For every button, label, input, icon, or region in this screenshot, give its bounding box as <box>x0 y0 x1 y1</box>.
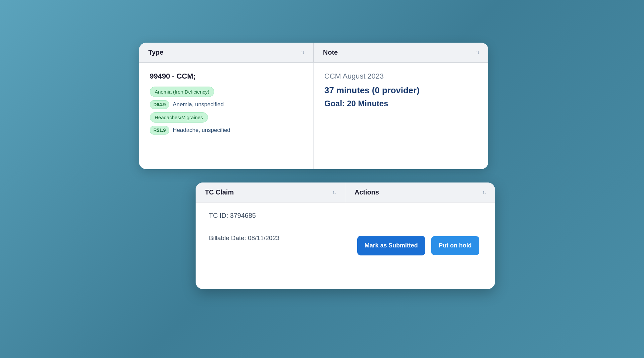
bottom-card-header: TC Claim ↑↓ Actions ↑↓ <box>196 182 495 202</box>
top-card: Type ↑↓ Note ↑↓ 99490 - CCM; Anemia (Iro… <box>139 43 488 169</box>
tag-code-d649: D64.9 <box>150 100 169 109</box>
claim-cell: TC ID: 3794685 Billable Date: 08/11/2023 <box>196 202 345 289</box>
tc-id-label: TC ID: 3794685 <box>209 212 332 219</box>
type-sort-icon[interactable]: ↑↓ <box>301 50 304 55</box>
actions-cell: Mark as Submitted Put on hold <box>345 202 495 289</box>
type-code: 99490 - CCM; <box>150 72 303 81</box>
note-column-header: Note ↑↓ <box>314 43 488 62</box>
tc-claim-sort-icon[interactable]: ↑↓ <box>332 189 336 195</box>
actions-column-header: Actions ↑↓ <box>345 182 495 202</box>
actions-sort-icon[interactable]: ↑↓ <box>482 189 486 195</box>
put-on-hold-button[interactable]: Put on hold <box>431 236 479 255</box>
note-goal: Goal: 20 Minutes <box>324 99 478 108</box>
note-minutes: 37 minutes (0 provider) <box>324 85 478 96</box>
note-column-label: Note <box>323 49 338 56</box>
tag-anemia-iron: Anemia (Iron Deficiency) <box>150 87 214 97</box>
tag-code-r519: R51.9 <box>150 126 169 135</box>
tag-row-d649: D64.9 Anemia, unspecified <box>150 100 303 109</box>
actions-column-label: Actions <box>355 188 379 196</box>
note-sort-icon[interactable]: ↑↓ <box>476 50 479 55</box>
tag-headaches-label: Headaches/Migraines <box>155 115 203 120</box>
tag-text-d649: Anemia, unspecified <box>173 101 224 108</box>
tc-claim-column-header: TC Claim ↑↓ <box>196 182 345 202</box>
top-card-body: 99490 - CCM; Anemia (Iron Deficiency) D6… <box>139 63 488 169</box>
tag-anemia-iron-label: Anemia (Iron Deficiency) <box>155 89 209 95</box>
note-cell: CCM August 2023 37 minutes (0 provider) … <box>314 63 488 169</box>
type-column-header: Type ↑↓ <box>139 43 314 62</box>
top-card-header: Type ↑↓ Note ↑↓ <box>139 43 488 63</box>
note-period: CCM August 2023 <box>324 72 478 81</box>
tag-list: Anemia (Iron Deficiency) D64.9 Anemia, u… <box>150 87 303 135</box>
mark-as-submitted-button[interactable]: Mark as Submitted <box>357 236 425 255</box>
tc-claim-column-label: TC Claim <box>205 188 234 196</box>
billable-date-label: Billable Date: 08/11/2023 <box>209 234 332 242</box>
bottom-card-body: TC ID: 3794685 Billable Date: 08/11/2023… <box>196 202 495 289</box>
type-cell: 99490 - CCM; Anemia (Iron Deficiency) D6… <box>139 63 314 169</box>
claim-divider <box>209 227 332 227</box>
type-column-label: Type <box>148 49 163 56</box>
tag-headaches: Headaches/Migraines <box>150 112 208 123</box>
tag-row-r519: R51.9 Headache, unspecified <box>150 126 303 135</box>
tag-text-r519: Headache, unspecified <box>173 127 230 134</box>
bottom-card: TC Claim ↑↓ Actions ↑↓ TC ID: 3794685 Bi… <box>196 182 495 289</box>
